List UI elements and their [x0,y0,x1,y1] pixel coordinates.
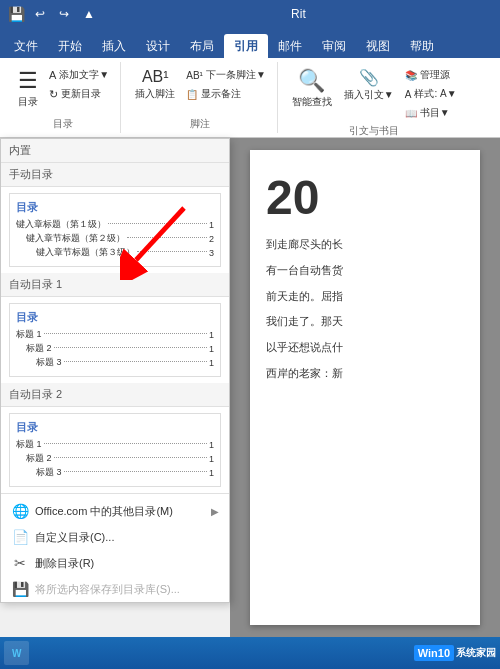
manual-toc-line-2: 键入章节标题（第２级） 2 [16,232,214,245]
auto-toc2-line-2: 标题 2 1 [16,452,214,465]
auto-toc2-dots-2 [54,457,207,458]
tab-review[interactable]: 审阅 [312,34,356,58]
ribbon-group-citations: 🔍 智能查找 📎 插入引文▼ 📚 管理源 A 样式: A▼ 📖 书目▼ [280,62,468,133]
document-area: 20 到走廊尽头的长 有一台自动售货 前天走的。屈指 我们走了。那天 以乎还想说… [230,138,500,637]
manual-toc-line-1: 键入章标题（第１级） 1 [16,218,214,231]
show-notes-label: 显示备注 [201,87,241,101]
citation-small-btns: 📚 管理源 A 样式: A▼ 📖 书目▼ [402,66,460,122]
remove-toc-item[interactable]: ✂ 删除目录(R) [1,550,229,576]
doc-para-1: 到走廊尽头的长 [266,235,464,255]
title-bar: 💾 ↩ ↪ ▲ Rit [0,0,500,28]
add-text-label: 添加文字▼ [59,68,109,82]
add-text-btn[interactable]: A 添加文字▼ [46,66,112,84]
auto-toc1-dots-2 [54,347,207,348]
bibliography-icon: 📖 [405,108,417,119]
tab-view[interactable]: 视图 [356,34,400,58]
show-notes-btn[interactable]: 📋 显示备注 [183,85,269,103]
auto-toc1-line-2: 标题 2 1 [16,342,214,355]
insert-citation-icon: 📎 [359,68,379,87]
window-title: Rit [105,7,492,21]
undo-btn[interactable]: ↩ [31,5,49,23]
add-text-icon: A [49,69,56,81]
smart-search-icon: 🔍 [298,68,325,94]
save-selection-label: 将所选内容保存到目录库(S)... [35,582,180,597]
insert-footnote-icon: AB¹ [142,68,169,86]
manual-toc-section-title: 手动目录 [1,163,229,187]
next-footnote-icon: AB¹ [186,70,203,81]
tab-design[interactable]: 设计 [136,34,180,58]
tab-home[interactable]: 开始 [48,34,92,58]
footnote-group-label: 脚注 [190,115,210,131]
toc-group-label: 目录 [53,115,73,131]
manual-toc-text-1: 键入章标题（第１级） [16,218,106,231]
ribbon-group-footnote: AB¹ 插入脚注 AB¹ 下一条脚注▼ 📋 显示备注 脚注 [123,62,278,133]
auto-toc2-text-1: 标题 1 [16,438,42,451]
citations-group-label: 引文与书目 [349,122,399,138]
customize-btn[interactable]: ▲ [79,5,99,23]
smart-search-btn[interactable]: 🔍 智能查找 [288,66,336,110]
auto-toc2-text-3: 标题 3 [36,466,62,479]
tab-layout[interactable]: 布局 [180,34,224,58]
more-toc-item[interactable]: 🌐 Office.com 中的其他目录(M) ▶ [1,498,229,524]
tab-file[interactable]: 文件 [4,34,48,58]
manage-sources-btn[interactable]: 📚 管理源 [402,66,460,84]
auto-toc2-section-title: 自动目录 2 [1,383,229,407]
bibliography-btn[interactable]: 📖 书目▼ [402,104,460,122]
custom-toc-icon: 📄 [11,529,29,545]
redo-btn[interactable]: ↪ [55,5,73,23]
manual-toc-preview[interactable]: 目录 键入章标题（第１级） 1 键入章节标题（第２级） 2 键入章节标题（第３级… [9,193,221,267]
auto-toc1-line-3: 标题 3 1 [16,356,214,369]
ribbon-tabs: 文件 开始 插入 设计 布局 引用 邮件 审阅 视图 帮助 [0,28,500,58]
update-toc-icon: ↻ [49,88,58,101]
taskbar-word-btn[interactable]: W [4,641,29,665]
auto-toc2-text-2: 标题 2 [26,452,52,465]
tab-help[interactable]: 帮助 [400,34,444,58]
toc-button[interactable]: ☰ 目录 [14,66,42,110]
tab-mailings[interactable]: 邮件 [268,34,312,58]
manage-sources-label: 管理源 [420,68,450,82]
auto-toc2-page-2: 1 [209,454,214,464]
save-selection-item: 💾 将所选内容保存到目录库(S)... [1,576,229,602]
tab-references[interactable]: 引用 [224,34,268,58]
doc-para-2: 有一台自动售货 [266,261,464,281]
next-footnote-btn[interactable]: AB¹ 下一条脚注▼ [183,66,269,84]
insert-citation-btn[interactable]: 📎 插入引文▼ [340,66,398,103]
document-page: 20 到走廊尽头的长 有一台自动售货 前天走的。屈指 我们走了。那天 以乎还想说… [250,150,480,625]
smart-search-label: 智能查找 [292,96,332,108]
bibliography-label: 书目▼ [420,106,450,120]
doc-para-5: 以乎还想说点什 [266,338,464,358]
custom-toc-item[interactable]: 📄 自定义目录(C)... [1,524,229,550]
auto-toc2-dots-1 [44,443,207,444]
insert-citation-label: 插入引文▼ [344,89,394,101]
tab-insert[interactable]: 插入 [92,34,136,58]
auto-toc1-text-2: 标题 2 [26,342,52,355]
doc-year: 20 [266,170,464,225]
doc-para-6: 西岸的老家：新 [266,364,464,384]
toc-label: 目录 [18,96,38,108]
auto-toc1-section-title: 自动目录 1 [1,273,229,297]
show-notes-icon: 📋 [186,89,198,100]
insert-footnote-label: 插入脚注 [135,88,175,100]
auto-toc1-preview[interactable]: 目录 标题 1 1 标题 2 1 标题 3 1 [9,303,221,377]
app-icon: 💾 [8,6,25,22]
auto-toc2-line-3: 标题 3 1 [16,466,214,479]
auto-toc1-page-1: 1 [209,330,214,340]
style-btn[interactable]: A 样式: A▼ [402,85,460,103]
taskbar: W Win10 系统家园 [0,637,500,669]
taskbar-right: Win10 系统家园 [414,645,496,661]
win10-text: 系统家园 [456,646,496,660]
toc-icon: ☰ [18,68,38,94]
manual-toc-page-1: 1 [209,220,214,230]
more-toc-icon: 🌐 [11,503,29,519]
more-toc-label: Office.com 中的其他目录(M) [35,504,173,519]
more-toc-arrow: ▶ [211,506,219,517]
manual-toc-dots-1 [108,223,207,224]
update-toc-btn[interactable]: ↻ 更新目录 [46,85,112,103]
save-selection-icon: 💾 [11,581,29,597]
manual-toc-dots-3 [137,251,207,252]
auto-toc2-line-1: 标题 1 1 [16,438,214,451]
manual-toc-text-3: 键入章节标题（第３级） [36,246,135,259]
auto-toc2-preview[interactable]: 目录 标题 1 1 标题 2 1 标题 3 1 [9,413,221,487]
insert-footnote-btn[interactable]: AB¹ 插入脚注 [131,66,179,102]
menu-divider [1,493,229,494]
